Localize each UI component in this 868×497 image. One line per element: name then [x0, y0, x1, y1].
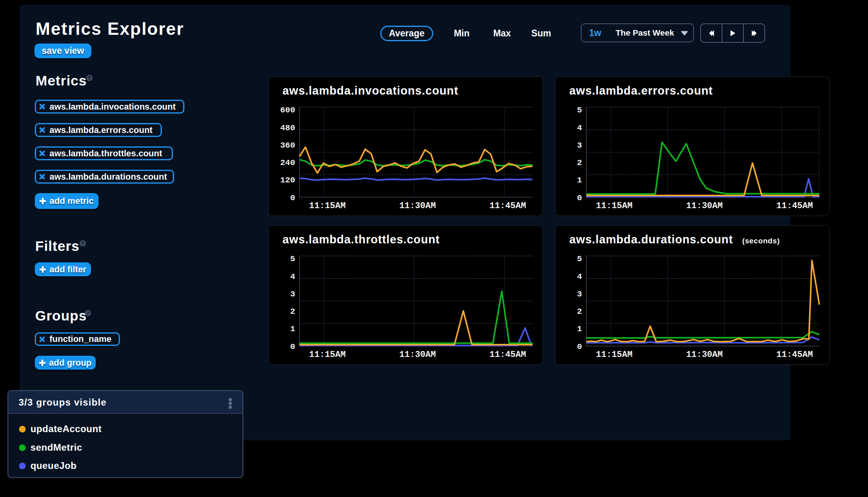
- svg-text:11:15AM: 11:15AM: [309, 350, 345, 360]
- svg-text:3: 3: [577, 290, 582, 299]
- svg-text:aws.lambda.errors.count: aws.lambda.errors.count: [569, 84, 713, 97]
- svg-text:11:45AM: 11:45AM: [776, 201, 813, 211]
- svg-text:aws.lambda.throttles.count: aws.lambda.throttles.count: [282, 233, 440, 246]
- svg-text:1: 1: [290, 324, 295, 334]
- svg-text:0: 0: [577, 193, 582, 203]
- svg-text:4: 4: [290, 272, 295, 281]
- svg-text:2: 2: [577, 307, 582, 316]
- svg-text:360: 360: [280, 141, 295, 150]
- svg-text:0: 0: [577, 342, 582, 351]
- svg-text:aws.lambda.invocations.count: aws.lambda.invocations.count: [282, 84, 458, 97]
- svg-text:3: 3: [290, 290, 295, 299]
- svg-text:600: 600: [280, 106, 295, 115]
- svg-text:11:30AM: 11:30AM: [399, 201, 436, 211]
- svg-text:11:15AM: 11:15AM: [596, 350, 632, 360]
- svg-text:11:30AM: 11:30AM: [686, 350, 722, 360]
- svg-text:11:15AM: 11:15AM: [596, 201, 632, 211]
- svg-text:0: 0: [290, 193, 295, 203]
- svg-text:11:30AM: 11:30AM: [399, 350, 436, 360]
- svg-text:4: 4: [577, 123, 582, 133]
- svg-text:3: 3: [577, 141, 582, 150]
- svg-text:11:30AM: 11:30AM: [686, 201, 722, 211]
- svg-text:0: 0: [290, 342, 295, 351]
- svg-text:480: 480: [280, 123, 295, 133]
- svg-text:120: 120: [280, 176, 295, 185]
- svg-text:240: 240: [280, 158, 295, 167]
- svg-text:11:45AM: 11:45AM: [776, 350, 813, 360]
- svg-text:(seconds): (seconds): [742, 237, 780, 245]
- svg-text:4: 4: [577, 272, 582, 281]
- svg-text:2: 2: [290, 307, 295, 316]
- svg-text:11:45AM: 11:45AM: [489, 350, 526, 360]
- svg-text:11:45AM: 11:45AM: [489, 201, 526, 211]
- svg-text:aws.lambda.durations.count: aws.lambda.durations.count: [569, 233, 733, 246]
- svg-text:5: 5: [577, 106, 582, 115]
- svg-text:11:15AM: 11:15AM: [309, 201, 345, 211]
- svg-text:1: 1: [577, 176, 582, 185]
- svg-text:2: 2: [577, 158, 582, 167]
- svg-text:5: 5: [290, 254, 295, 264]
- svg-text:1: 1: [577, 324, 582, 334]
- svg-text:5: 5: [577, 254, 582, 264]
